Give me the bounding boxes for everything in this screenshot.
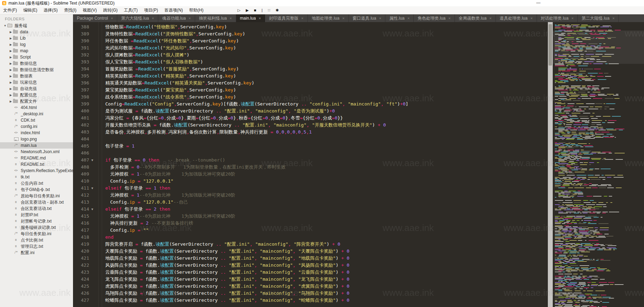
sidebar-file-配置.ini[interactable]: /*配置.ini xyxy=(0,250,73,256)
code-line[interactable]: 420天覆阵点卡奖励 = f函数.读配置(ServerDirectory .. … xyxy=(73,248,548,255)
chevron-right-icon[interactable]: ▶ xyxy=(8,87,13,90)
chevron-right-icon[interactable]: ▶ xyxy=(8,30,13,34)
line-number[interactable]: 421 xyxy=(73,255,89,262)
sidebar-folder-Lib[interactable]: ▶Lib xyxy=(0,35,73,41)
tab-main.lua[interactable]: main.lua× xyxy=(236,14,265,22)
sidebar-file-CDK.txt[interactable]: ≡CDK.txt xyxy=(0,117,73,123)
line-number[interactable]: 403 xyxy=(73,129,89,136)
tab-第二大陆怪.lua[interactable]: 第二大陆怪.lua× xyxy=(578,14,619,22)
code-line[interactable]: 424龙飞阵点卡奖励 = f函数.读配置(ServerDirectory .. … xyxy=(73,276,548,283)
line-number[interactable]: 396 xyxy=(73,80,89,87)
sidebar-file-index.html[interactable]: <>index.html xyxy=(0,130,73,136)
line-number[interactable]: 407 xyxy=(73,157,89,164)
sidebar-file-管理日志.txt[interactable]: ≡管理日志.txt xyxy=(0,243,73,250)
tab-地图处理类.lua[interactable]: 地图处理类.lua× xyxy=(308,14,349,22)
chevron-right-icon[interactable]: ▶ xyxy=(8,100,13,103)
chevron-right-icon[interactable]: ▶ xyxy=(8,49,13,53)
code-line[interactable]: 419阵营竞赛开启 = f函数.读配置(ServerDirectory .. "… xyxy=(73,241,548,248)
code-line[interactable]: 412元神授权 = 1--0为原始元神 1为加强版元神可突破20阶 xyxy=(73,192,548,199)
chevron-down-icon[interactable]: ▼ xyxy=(3,24,7,27)
code-line[interactable]: 404 xyxy=(73,136,548,143)
line-number[interactable]: 425 xyxy=(73,283,89,290)
tab-魂器功能.lua[interactable]: 魂器功能.lua× xyxy=(158,14,195,22)
sidebar-file-Newtonsoft.Json.xml[interactable]: <>Newtonsoft.Json.xml xyxy=(0,149,73,155)
code-line[interactable]: 416神兵排行更新 = 2 --不更新装备排行榜 xyxy=(73,220,548,227)
line-number[interactable]: 397 xyxy=(73,87,89,94)
code-line[interactable]: 398战令系统数据=ReadExcel("战令系统",ServerConfig.… xyxy=(73,94,548,101)
code-line[interactable]: 415元神授权 = 1--0为原始元神 1为加强版元神可突破20阶 xyxy=(73,213,548,220)
line-number[interactable]: 406 xyxy=(73,150,89,157)
line-number[interactable]: 401 xyxy=(73,115,89,122)
sidebar-folder-数据信息[interactable]: ▶数据信息 xyxy=(0,60,73,67)
menu-view[interactable]: 视图(V) xyxy=(80,6,100,14)
tab-属性.lua[interactable]: 属性.lua× xyxy=(385,14,414,22)
line-number[interactable]: 395 xyxy=(73,73,89,80)
code-line[interactable]: 394首服奖励数据 =ReadExcel("首服奖励",ServerConfig… xyxy=(73,66,548,73)
line-number[interactable]: 389 xyxy=(73,30,89,37)
chevron-right-icon[interactable]: ▶ xyxy=(8,75,13,78)
sidebar-file-404.html[interactable]: <>404.html xyxy=(0,104,73,111)
sidebar-file-封禁IP.txt[interactable]: ≡封禁IP.txt xyxy=(0,212,73,218)
tab-close-icon[interactable]: × xyxy=(571,16,573,20)
tab-close-icon[interactable]: × xyxy=(111,16,113,20)
chevron-right-icon[interactable]: ▶ xyxy=(8,37,13,40)
tab-close-icon[interactable]: × xyxy=(342,16,344,20)
code-line[interactable]: 391光武拓印数据=ReadExcel("光武拓印",ServerConfig.… xyxy=(73,45,548,52)
code-line[interactable]: 409元神授权 = 1--0为原始元神 1为加强版元神可突破20阶 xyxy=(73,171,548,178)
code-line[interactable]: 413Config.ip = "127.0.0.1"--自己 xyxy=(73,199,548,206)
line-number[interactable]: 410 xyxy=(73,178,89,185)
sidebar-file-logo.png[interactable]: logo.png xyxy=(0,136,73,142)
tab-close-icon[interactable]: × xyxy=(259,16,261,20)
sidebar-folder-配置信息[interactable]: ▶配置信息 xyxy=(0,92,73,98)
tab-第六大陆怪.lua[interactable]: 第六大陆怪.lua× xyxy=(117,14,158,22)
sidebar-file-点卡比例.txt[interactable]: ≡点卡比例.txt xyxy=(0,237,73,243)
code-line[interactable]: 417Config.ip = "" xyxy=(73,227,548,234)
chevron-right-icon[interactable]: ▶ xyxy=(8,68,13,71)
code-line[interactable]: 402开服天数倍增货币兑换 = f函数.读配置(ServerDirectory … xyxy=(73,122,548,129)
line-number[interactable]: 411 xyxy=(73,185,89,192)
tab-抽奖福利怪.lua[interactable]: 抽奖福利怪.lua× xyxy=(195,14,236,22)
sidebar-file-合区竞赛活动.txt[interactable]: ≡合区竞赛活动.txt xyxy=(0,205,73,212)
code-line[interactable]: 392假人摆摊数据=ReadExcel("假人摆摊") xyxy=(73,52,548,59)
sidebar-folder-自动充值[interactable]: ▶自动充值 xyxy=(0,86,73,92)
line-number[interactable]: 416 xyxy=(73,220,89,227)
code-line[interactable]: 396精英通关奖励数据=ReadExcel("精英通关奖励",ServerCon… xyxy=(73,80,548,87)
sidebar-folder-log[interactable]: ▶log xyxy=(0,41,73,48)
line-number[interactable]: 424 xyxy=(73,276,89,283)
tab-close-icon[interactable]: × xyxy=(612,16,615,20)
menu-tools[interactable]: 工具(T) xyxy=(121,6,141,14)
sidebar-folder-Script[interactable]: ▶Script xyxy=(0,54,73,60)
line-number[interactable]: 404 xyxy=(73,136,89,143)
fold-arrow-icon[interactable]: ▼ xyxy=(89,185,95,192)
code-line[interactable]: 418end xyxy=(73,234,548,241)
chevron-right-icon[interactable]: ▶ xyxy=(8,81,13,84)
sidebar-folder-数据信息清空数据[interactable]: ▶数据信息清空数据 xyxy=(0,67,73,73)
code-line[interactable]: 426鸟翔阵点卡奖励 = f函数.读配置(ServerDirectory .. … xyxy=(73,290,548,297)
play-outline-icon[interactable]: ▷ xyxy=(238,6,240,14)
chevron-right-icon[interactable]: ▶ xyxy=(8,94,13,97)
line-number[interactable]: 427 xyxy=(73,297,89,304)
sidebar-file-每日任务奖励.ini[interactable]: /*每日任务奖励.ini xyxy=(0,231,73,237)
sidebar-file-公告内容.txt[interactable]: ≡公告内容.txt xyxy=(0,180,73,186)
line-number[interactable]: 423 xyxy=(73,269,89,276)
line-number[interactable]: 393 xyxy=(73,59,89,66)
code-line[interactable]: 407▼if 包子登录 == 0 then -- break --tonumbe… xyxy=(73,157,548,164)
tab-close-icon[interactable]: × xyxy=(407,16,410,20)
tab-close-icon[interactable]: × xyxy=(301,16,303,20)
code-line[interactable]: 388怪物数据=ReadExcel("怪物数据",ServerConfig.ke… xyxy=(73,23,548,30)
vertical-scrollbar[interactable] xyxy=(548,22,553,307)
tab-封印道具完整版[interactable]: 封印道具完整版× xyxy=(265,14,307,22)
line-number[interactable]: 413 xyxy=(73,199,89,206)
menu-help[interactable]: 帮助(H) xyxy=(186,6,207,14)
tab-close-icon[interactable]: × xyxy=(489,16,491,20)
tab-道具处理类.lua[interactable]: 道具处理类.lua× xyxy=(496,14,537,22)
tab-全局函数类.lua[interactable]: 全局函数类.lua× xyxy=(455,14,496,22)
code-line[interactable]: 411▼elseif 包子登录 == 1 then xyxy=(73,185,548,192)
menu-edit[interactable]: 编辑(E) xyxy=(20,6,40,14)
sidebar-file-README.txt[interactable]: ≡README.txt xyxy=(0,161,73,168)
gear-icon[interactable]: ✱ xyxy=(275,6,279,14)
line-number[interactable]: 426 xyxy=(73,290,89,297)
line-number[interactable]: 402 xyxy=(73,122,89,129)
code-line[interactable]: 400是否为测试服 = f函数.读配置(ServerDirectory .. "… xyxy=(73,108,548,115)
line-number[interactable]: 422 xyxy=(73,262,89,269)
